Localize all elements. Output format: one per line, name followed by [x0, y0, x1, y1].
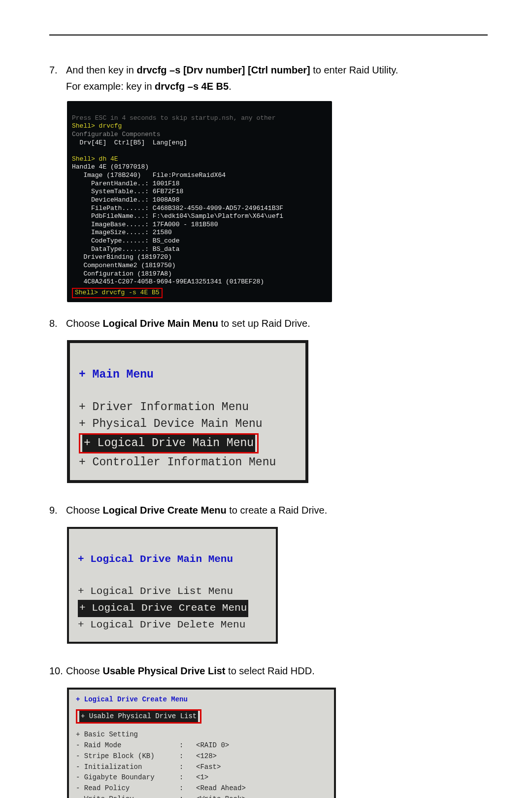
step-10: 10. Choose Usable Physical Drive List to…: [49, 663, 488, 679]
term-line-3: Drv[4E] Ctrl[B5] Lang[eng]: [72, 139, 187, 146]
bios3-row-3: - Gigabyte Boundary:<1>: [76, 772, 327, 783]
step-8: 8. Choose Logical Drive Main Menu to set…: [49, 316, 488, 331]
step-7-text-c: For example: key in: [66, 81, 155, 92]
step-10-bold: Usable Physical Drive List: [103, 665, 226, 676]
step-10-num: 10.: [49, 663, 66, 679]
term-line-10: FilePath......: C468B382-4550-4909-AD57-…: [72, 205, 283, 212]
bios-logical-drive-create-menu: + Logical Drive Create Menu + Usable Phy…: [67, 688, 336, 798]
step-8-bold: Logical Drive Main Menu: [103, 318, 218, 329]
bios3-selected: + Usable Physical Drive List: [79, 711, 198, 723]
bios3-basic-setting: + Basic Setting: [76, 729, 327, 740]
term-command-highlight: Shell> drvcfg -s 4E B5: [75, 289, 160, 296]
bios3-row-2: - Initialization:<Fast>: [76, 762, 327, 773]
bios2-item-2-selected: + Logical Drive Create Menu: [78, 600, 248, 617]
step-10-text-a: Choose: [66, 665, 103, 676]
bios-logical-drive-main-menu: + Logical Drive Main Menu + Logical Driv…: [67, 527, 278, 644]
term-line-18: Configuration (18197A8): [72, 270, 172, 278]
step-8-num: 8.: [49, 316, 66, 331]
term-line-19: 4C8A2451-C207-405B-9694-99EA13251341 (01…: [72, 278, 264, 285]
bios3-row-1: - Stripe Block (KB):<128>: [76, 751, 327, 762]
bios2-item-1: + Logical Drive List Menu: [78, 586, 233, 597]
step-8-text-a: Choose: [66, 318, 103, 329]
step-7-text-b: to enter Raid Utility.: [310, 65, 399, 75]
step-9: 9. Choose Logical Drive Create Menu to c…: [49, 503, 488, 518]
efi-shell-terminal: Press ESC in 4 seconds to skip startup.n…: [67, 101, 332, 302]
term-line-11: PdbFileName...: F:\edk104\Sample\Platfor…: [72, 212, 283, 220]
step-9-text-b: to create a Raid Drive.: [227, 505, 328, 516]
term-line-16: DriverBinding (1819720): [72, 253, 172, 261]
term-line-9: DeviceHandle..: 1008A98: [72, 196, 179, 204]
step-7-text-a: And then key in: [66, 65, 136, 75]
term-line-5: Handle 4E (01797018): [72, 163, 149, 171]
step-7-num: 7.: [49, 63, 66, 94]
term-line-15: DataType......: BS_data: [72, 245, 179, 253]
term-line-7: ParentHandle..: 1001F18: [72, 180, 179, 187]
step-7-bold-2: drvcfg –s 4E B5: [155, 81, 229, 92]
bios1-item-4: + Controller Information Menu: [79, 456, 276, 469]
step-7: 7. And then key in drvcfg –s [Drv number…: [49, 63, 488, 94]
term-line-2: Configurable Components: [72, 131, 160, 138]
term-line-1: Shell> drvcfg: [72, 122, 122, 130]
term-line-13: ImageSize.....: 21580: [72, 229, 172, 236]
bios3-title: + Logical Drive Create Menu: [76, 694, 327, 705]
bios3-row-0: - Raid Mode:<RAID 0>: [76, 740, 327, 751]
step-7-text-d: .: [229, 81, 232, 92]
term-line-14: CodeType......: BS_code: [72, 237, 179, 244]
bios1-item-2: + Physical Device Main Menu: [79, 417, 263, 430]
step-7-bold-1: drvcfg –s [Drv number] [Ctrl number]: [136, 65, 310, 75]
term-line-6: Image (178B240) File:PromiseRaidX64: [72, 172, 226, 179]
term-line-0: Press ESC in 4 seconds to skip startup.n…: [72, 114, 275, 122]
bios3-row-4: - Read Policy:<Read Ahead>: [76, 783, 327, 794]
step-9-bold: Logical Drive Create Menu: [103, 505, 227, 516]
top-rule: [49, 35, 488, 35]
step-9-num: 9.: [49, 503, 66, 518]
step-8-text-b: to set up Raid Drive.: [218, 318, 310, 329]
term-line-8: SystemTable...: 6FB72F18: [72, 188, 183, 195]
bios3-row-5: - Write Policy:<Write Back>: [76, 794, 327, 798]
step-9-text-a: Choose: [66, 505, 103, 516]
term-line-4: Shell> dh 4E: [72, 155, 118, 163]
bios1-item-3-selected: + Logical Drive Main Menu: [82, 435, 255, 452]
term-blank: [72, 147, 76, 154]
bios-main-menu: + Main Menu + Driver Information Menu + …: [67, 340, 308, 483]
bios2-item-3: + Logical Drive Delete Menu: [78, 619, 245, 630]
bios2-title: + Logical Drive Main Menu: [78, 554, 233, 565]
bios1-title: + Main Menu: [79, 368, 154, 381]
step-10-text-b: to select Raid HDD.: [226, 665, 315, 676]
term-line-12: ImageBase.....: 17FA000 - 181B580: [72, 221, 218, 228]
bios1-item-1: + Driver Information Menu: [79, 401, 249, 414]
term-line-17: ComponentName2 (1819750): [72, 262, 176, 269]
